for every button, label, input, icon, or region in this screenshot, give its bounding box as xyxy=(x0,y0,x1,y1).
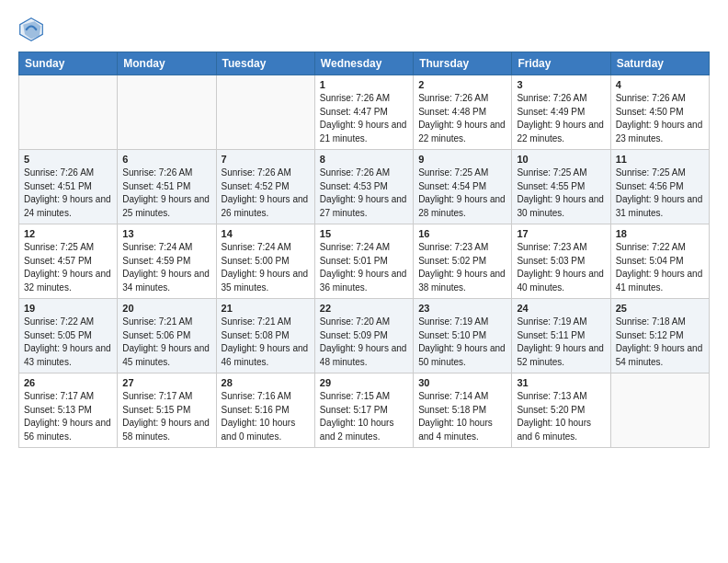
day-info: Sunrise: 7:22 AMSunset: 5:05 PMDaylight:… xyxy=(24,316,112,369)
calendar-cell: 12Sunrise: 7:25 AMSunset: 4:57 PMDayligh… xyxy=(19,224,118,299)
calendar-cell: 24Sunrise: 7:19 AMSunset: 5:11 PMDayligh… xyxy=(512,299,610,373)
day-number: 14 xyxy=(222,228,310,239)
logo xyxy=(18,17,48,42)
day-number: 7 xyxy=(222,154,310,165)
weekday-header-wednesday: Wednesday xyxy=(314,52,413,75)
day-number: 4 xyxy=(616,79,704,90)
calendar-cell: 11Sunrise: 7:25 AMSunset: 4:56 PMDayligh… xyxy=(610,150,709,224)
day-info: Sunrise: 7:25 AMSunset: 4:54 PMDaylight:… xyxy=(418,167,506,220)
calendar-cell: 1Sunrise: 7:26 AMSunset: 4:47 PMDaylight… xyxy=(314,75,413,150)
calendar-cell: 20Sunrise: 7:21 AMSunset: 5:06 PMDayligh… xyxy=(118,299,216,373)
calendar-cell: 2Sunrise: 7:26 AMSunset: 4:48 PMDaylight… xyxy=(414,75,512,150)
weekday-header-tuesday: Tuesday xyxy=(216,52,314,75)
calendar-cell: 9Sunrise: 7:25 AMSunset: 4:54 PMDaylight… xyxy=(414,150,512,224)
day-number: 17 xyxy=(517,228,605,239)
day-number: 23 xyxy=(418,303,506,314)
week-row-1: 1Sunrise: 7:26 AMSunset: 4:47 PMDaylight… xyxy=(19,75,710,150)
calendar-cell: 10Sunrise: 7:25 AMSunset: 4:55 PMDayligh… xyxy=(512,150,610,224)
calendar-cell: 25Sunrise: 7:18 AMSunset: 5:12 PMDayligh… xyxy=(610,299,709,373)
day-number: 18 xyxy=(616,228,704,239)
day-info: Sunrise: 7:16 AMSunset: 5:16 PMDaylight:… xyxy=(222,390,310,443)
day-info: Sunrise: 7:25 AMSunset: 4:57 PMDaylight:… xyxy=(24,241,112,294)
day-number: 10 xyxy=(517,154,605,165)
day-number: 16 xyxy=(418,228,506,239)
weekday-header-saturday: Saturday xyxy=(610,52,709,75)
day-number: 9 xyxy=(418,154,506,165)
calendar-cell: 6Sunrise: 7:26 AMSunset: 4:51 PMDaylight… xyxy=(118,150,216,224)
calendar-cell xyxy=(610,373,709,448)
calendar-cell xyxy=(118,75,216,150)
calendar-cell: 15Sunrise: 7:24 AMSunset: 5:01 PMDayligh… xyxy=(314,224,413,299)
week-row-5: 26Sunrise: 7:17 AMSunset: 5:13 PMDayligh… xyxy=(19,373,710,448)
day-info: Sunrise: 7:23 AMSunset: 5:03 PMDaylight:… xyxy=(517,241,605,294)
day-info: Sunrise: 7:26 AMSunset: 4:53 PMDaylight:… xyxy=(320,167,408,220)
calendar-cell: 17Sunrise: 7:23 AMSunset: 5:03 PMDayligh… xyxy=(512,224,610,299)
day-number: 2 xyxy=(418,79,506,90)
day-number: 13 xyxy=(122,228,210,239)
day-info: Sunrise: 7:21 AMSunset: 5:08 PMDaylight:… xyxy=(222,316,310,369)
day-info: Sunrise: 7:19 AMSunset: 5:10 PMDaylight:… xyxy=(418,316,506,369)
weekday-header-thursday: Thursday xyxy=(414,52,512,75)
calendar-cell: 29Sunrise: 7:15 AMSunset: 5:17 PMDayligh… xyxy=(314,373,413,448)
day-info: Sunrise: 7:18 AMSunset: 5:12 PMDaylight:… xyxy=(616,316,704,369)
day-info: Sunrise: 7:21 AMSunset: 5:06 PMDaylight:… xyxy=(122,316,210,369)
day-number: 31 xyxy=(517,377,605,388)
day-number: 5 xyxy=(24,154,112,165)
day-info: Sunrise: 7:13 AMSunset: 5:20 PMDaylight:… xyxy=(517,390,605,443)
calendar-cell: 14Sunrise: 7:24 AMSunset: 5:00 PMDayligh… xyxy=(216,224,314,299)
day-info: Sunrise: 7:19 AMSunset: 5:11 PMDaylight:… xyxy=(517,316,605,369)
calendar-cell: 4Sunrise: 7:26 AMSunset: 4:50 PMDaylight… xyxy=(610,75,709,150)
day-number: 3 xyxy=(517,79,605,90)
day-info: Sunrise: 7:26 AMSunset: 4:51 PMDaylight:… xyxy=(24,167,112,220)
day-info: Sunrise: 7:20 AMSunset: 5:09 PMDaylight:… xyxy=(320,316,408,369)
calendar-cell: 22Sunrise: 7:20 AMSunset: 5:09 PMDayligh… xyxy=(314,299,413,373)
day-number: 24 xyxy=(517,303,605,314)
day-info: Sunrise: 7:15 AMSunset: 5:17 PMDaylight:… xyxy=(320,390,408,443)
day-info: Sunrise: 7:24 AMSunset: 4:59 PMDaylight:… xyxy=(122,241,210,294)
week-row-3: 12Sunrise: 7:25 AMSunset: 4:57 PMDayligh… xyxy=(19,224,710,299)
calendar-cell: 26Sunrise: 7:17 AMSunset: 5:13 PMDayligh… xyxy=(19,373,118,448)
day-info: Sunrise: 7:17 AMSunset: 5:13 PMDaylight:… xyxy=(24,390,112,443)
weekday-header-sunday: Sunday xyxy=(19,52,118,75)
calendar-cell: 18Sunrise: 7:22 AMSunset: 5:04 PMDayligh… xyxy=(610,224,709,299)
calendar-cell: 28Sunrise: 7:16 AMSunset: 5:16 PMDayligh… xyxy=(216,373,314,448)
week-row-2: 5Sunrise: 7:26 AMSunset: 4:51 PMDaylight… xyxy=(19,150,710,224)
weekday-header-friday: Friday xyxy=(512,52,610,75)
weekday-header-monday: Monday xyxy=(118,52,216,75)
day-number: 1 xyxy=(320,79,408,90)
day-info: Sunrise: 7:26 AMSunset: 4:49 PMDaylight:… xyxy=(517,92,605,145)
calendar-cell: 13Sunrise: 7:24 AMSunset: 4:59 PMDayligh… xyxy=(118,224,216,299)
calendar-cell xyxy=(216,75,314,150)
calendar-cell: 30Sunrise: 7:14 AMSunset: 5:18 PMDayligh… xyxy=(414,373,512,448)
calendar-cell: 16Sunrise: 7:23 AMSunset: 5:02 PMDayligh… xyxy=(414,224,512,299)
day-info: Sunrise: 7:24 AMSunset: 5:01 PMDaylight:… xyxy=(320,241,408,294)
day-info: Sunrise: 7:26 AMSunset: 4:47 PMDaylight:… xyxy=(320,92,408,145)
calendar-cell: 8Sunrise: 7:26 AMSunset: 4:53 PMDaylight… xyxy=(314,150,413,224)
day-info: Sunrise: 7:26 AMSunset: 4:48 PMDaylight:… xyxy=(418,92,506,145)
day-number: 12 xyxy=(24,228,112,239)
day-info: Sunrise: 7:22 AMSunset: 5:04 PMDaylight:… xyxy=(616,241,704,294)
day-info: Sunrise: 7:26 AMSunset: 4:52 PMDaylight:… xyxy=(222,167,310,220)
calendar-cell: 19Sunrise: 7:22 AMSunset: 5:05 PMDayligh… xyxy=(19,299,118,373)
day-number: 28 xyxy=(222,377,310,388)
calendar-cell: 3Sunrise: 7:26 AMSunset: 4:49 PMDaylight… xyxy=(512,75,610,150)
calendar-cell: 31Sunrise: 7:13 AMSunset: 5:20 PMDayligh… xyxy=(512,373,610,448)
week-row-4: 19Sunrise: 7:22 AMSunset: 5:05 PMDayligh… xyxy=(19,299,710,373)
day-info: Sunrise: 7:26 AMSunset: 4:50 PMDaylight:… xyxy=(616,92,704,145)
page: SundayMondayTuesdayWednesdayThursdayFrid… xyxy=(0,0,728,465)
day-number: 8 xyxy=(320,154,408,165)
weekday-header-row: SundayMondayTuesdayWednesdayThursdayFrid… xyxy=(19,52,710,75)
day-info: Sunrise: 7:25 AMSunset: 4:55 PMDaylight:… xyxy=(517,167,605,220)
day-number: 25 xyxy=(616,303,704,314)
day-number: 15 xyxy=(320,228,408,239)
header xyxy=(18,17,710,42)
day-number: 22 xyxy=(320,303,408,314)
calendar-table: SundayMondayTuesdayWednesdayThursdayFrid… xyxy=(18,52,710,448)
day-info: Sunrise: 7:17 AMSunset: 5:15 PMDaylight:… xyxy=(122,390,210,443)
calendar-cell: 27Sunrise: 7:17 AMSunset: 5:15 PMDayligh… xyxy=(118,373,216,448)
day-number: 11 xyxy=(616,154,704,165)
day-number: 26 xyxy=(24,377,112,388)
calendar-cell: 7Sunrise: 7:26 AMSunset: 4:52 PMDaylight… xyxy=(216,150,314,224)
day-number: 6 xyxy=(122,154,210,165)
day-info: Sunrise: 7:25 AMSunset: 4:56 PMDaylight:… xyxy=(616,167,704,220)
